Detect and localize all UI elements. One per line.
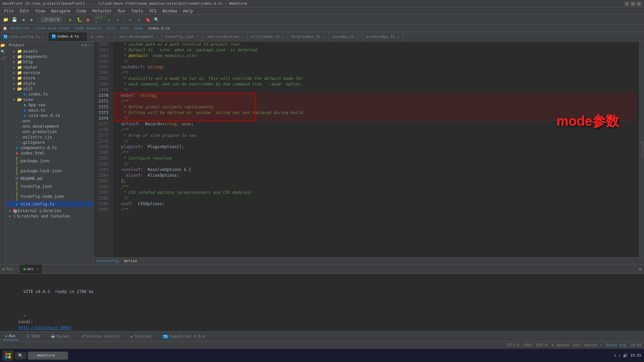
tab-http-index[interactable]: http\index.ts ✕ — [288, 32, 329, 41]
toolbar-project-btn[interactable]: 📁 — [2, 16, 9, 23]
tree-item-external-libs[interactable]: ▶ 📚 External Libraries — [6, 208, 93, 214]
tree-item-packagejson[interactable]: { } package.json — [6, 156, 93, 166]
terminal-tab-dev[interactable]: ■ dev ✕ — [19, 264, 43, 274]
nav-cloud-back-front[interactable]: cloud-back-front — [35, 26, 70, 31]
toolbar-forward-btn[interactable]: ▶ — [28, 16, 36, 23]
win-start-btn[interactable] — [3, 350, 13, 361]
tree-item-maints[interactable]: ● main.ts — [6, 108, 93, 113]
menu-file[interactable]: File — [1, 8, 16, 14]
tab-env-dev[interactable]: .env.development ✕ — [114, 32, 162, 41]
tree-item-assets[interactable]: ▶ 📁 assets — [6, 49, 93, 54]
tree-item-eslintrc[interactable]: · .eslintrc.cjs — [6, 134, 93, 140]
tab-tsconfig[interactable]: tsconfig.json ✕ — [162, 32, 202, 41]
tab-env-prod[interactable]: .env.production ✕ — [202, 32, 247, 41]
toolbar-back-btn[interactable]: ◀ — [19, 16, 27, 23]
tree-item-gitignore[interactable]: · .gitignore — [6, 140, 93, 145]
tab-close-env-prod[interactable]: ✕ — [241, 35, 244, 39]
nav-node-modules[interactable]: node_modules — [75, 26, 101, 31]
tab-close-index-dts[interactable]: ✕ — [82, 35, 84, 38]
taskbar-search[interactable]: 🔍 — [15, 352, 26, 359]
nav-indexdts[interactable]: index.d.ts — [148, 26, 170, 31]
terminal-settings-btn[interactable]: ⚙ — [636, 264, 644, 274]
sidebar-settings-icon[interactable]: ⚙ — [82, 43, 84, 47]
tab-close-tsconfig[interactable]: ✕ — [197, 35, 199, 39]
redo-btn[interactable]: ↪ — [136, 16, 143, 23]
tab-close-env-dev[interactable]: ✕ — [156, 35, 158, 39]
debug-btn[interactable]: 🐛 — [76, 16, 83, 23]
tree-item-util[interactable]: ▼ 📂 util — [6, 86, 93, 92]
tab-util-index[interactable]: util\index.ts ✕ — [248, 32, 288, 41]
tree-item-util-index[interactable]: ● index.ts — [6, 92, 93, 97]
tab-close-env[interactable]: ✕ — [106, 35, 108, 39]
status-eventlog[interactable]: Event Log — [606, 343, 626, 347]
stop-btn[interactable]: ■ — [85, 16, 92, 23]
bottom-tab-vc[interactable]: ⎇ Version Control — [78, 333, 122, 340]
tree-item-dotenvprod[interactable]: · .env.production — [6, 129, 93, 134]
menu-view[interactable]: View — [33, 8, 48, 14]
tab-close-util-index[interactable]: ✕ — [282, 35, 284, 39]
tab-close-vite-config[interactable]: ✕ — [43, 35, 45, 39]
tree-item-components[interactable]: ▶ 📁 components — [6, 54, 93, 59]
tree-item-viteenvdts[interactable]: ● vite-env.d.ts — [6, 113, 93, 118]
tab-env[interactable]: ⚙ .env ✕ — [88, 32, 114, 41]
menu-vcs[interactable]: VCS — [147, 8, 159, 14]
git-status[interactable]: Git: ✓ — [97, 16, 104, 23]
tree-item-scratches[interactable]: ▶ 🗒 Scratches and Consoles — [6, 214, 93, 219]
toolbar-save-btn[interactable]: 💾 — [11, 16, 18, 23]
tree-item-appvue[interactable]: ◆ App.vue — [6, 102, 93, 108]
tree-item-readmemd[interactable]: M README.md — [6, 176, 93, 181]
activity-project[interactable]: 📂 — [0, 43, 5, 48]
dev-tab-close[interactable]: ✕ — [36, 267, 38, 271]
tree-item-viteconfigts[interactable]: ● vite.config.ts — [6, 201, 93, 207]
vcs-push-btn[interactable]: ↗ — [114, 16, 122, 23]
tree-item-style[interactable]: ▶ 📁 style — [6, 81, 93, 86]
tree-item-store[interactable]: ▶ 📁 store — [6, 75, 93, 81]
tree-item-componentsdts[interactable]: ● components.d.ts — [6, 145, 93, 150]
close-btn[interactable]: ✕ — [637, 1, 641, 6]
taskbar-webstorm-btn[interactable]: ⬡ WebStorm — [28, 352, 68, 360]
run-btn[interactable]: ▶ — [67, 16, 74, 23]
tree-item-indexhtml[interactable]: ◉ index.html — [6, 150, 93, 156]
tab-vite-config[interactable]: TS vite.config.ts ✕ — [0, 32, 48, 41]
activity-git[interactable]: ⎇ — [1, 56, 5, 60]
menu-edit[interactable]: Edit — [17, 8, 32, 14]
nav-back-front[interactable]: 🏠 backFront — [3, 26, 30, 31]
bottom-tab-terminal[interactable]: ▪ Terminal — [128, 333, 155, 340]
sidebar-hide-icon[interactable]: — — [88, 43, 90, 47]
tab-index-dts[interactable]: TS index.d.ts ✕ — [48, 32, 88, 41]
menu-refactor[interactable]: Refactor — [90, 8, 114, 14]
tab-close-user-api[interactable]: ✕ — [357, 35, 359, 39]
bottom-tab-todo[interactable]: ☰ TODO — [24, 333, 43, 340]
minimize-btn[interactable]: ─ — [625, 1, 629, 6]
tree-item-tsconfignode[interactable]: { } tsconfig.node.json — [6, 191, 93, 201]
menu-window[interactable]: Window — [160, 8, 180, 14]
bottom-tab-docker[interactable]: 🐳 Docker — [48, 333, 73, 340]
bottom-tab-run[interactable]: ▶ Run — [3, 333, 18, 340]
tree-item-packagelockjson[interactable]: { } package-lock.json — [6, 166, 93, 176]
branch-selector[interactable]: ⎇ dev ▼ — [41, 17, 62, 22]
tree-item-router[interactable]: ▶ 📁 router — [6, 65, 93, 70]
search-btn[interactable]: 🔍 — [153, 16, 160, 23]
activity-find[interactable]: 🔍 — [1, 50, 5, 54]
tab-close-http-index[interactable]: ✕ — [323, 35, 325, 39]
tab-close-product-api[interactable]: ✕ — [397, 35, 399, 39]
nav-vite[interactable]: vite — [107, 26, 116, 31]
sidebar-layout-icon[interactable]: ⊞ — [85, 43, 87, 47]
menu-tools[interactable]: Tools — [128, 8, 146, 14]
tree-item-dotenv[interactable]: · .env — [6, 118, 93, 124]
nav-node[interactable]: node — [134, 26, 143, 31]
bookmark-btn[interactable]: 🔖 — [144, 16, 152, 23]
tab-product-api[interactable]: productApi.ts ✕ — [363, 32, 403, 41]
nav-dist[interactable]: dist — [120, 26, 129, 31]
tree-item-dotenvdev[interactable]: · .env.development — [6, 124, 93, 129]
menu-help[interactable]: Help — [180, 8, 196, 14]
term-local-link[interactable]: http://localhost:3000/ — [18, 325, 72, 330]
undo-btn[interactable]: ↩ — [127, 16, 134, 23]
code-scroll-area[interactable]: * system path or a path relative to proj… — [113, 42, 639, 257]
vcs-update-btn[interactable]: ↙ — [106, 16, 113, 23]
tree-item-tsconfigjson[interactable]: { } tsconfig.json — [6, 181, 93, 191]
tree-item-view[interactable]: ▼ 📂 view — [6, 97, 93, 102]
tree-item-http[interactable]: ▶ 📁 http — [6, 59, 93, 65]
bottom-tab-typescript[interactable]: TS TypeScript 4.9.4 — [160, 333, 208, 340]
menu-code[interactable]: Code — [74, 8, 89, 14]
